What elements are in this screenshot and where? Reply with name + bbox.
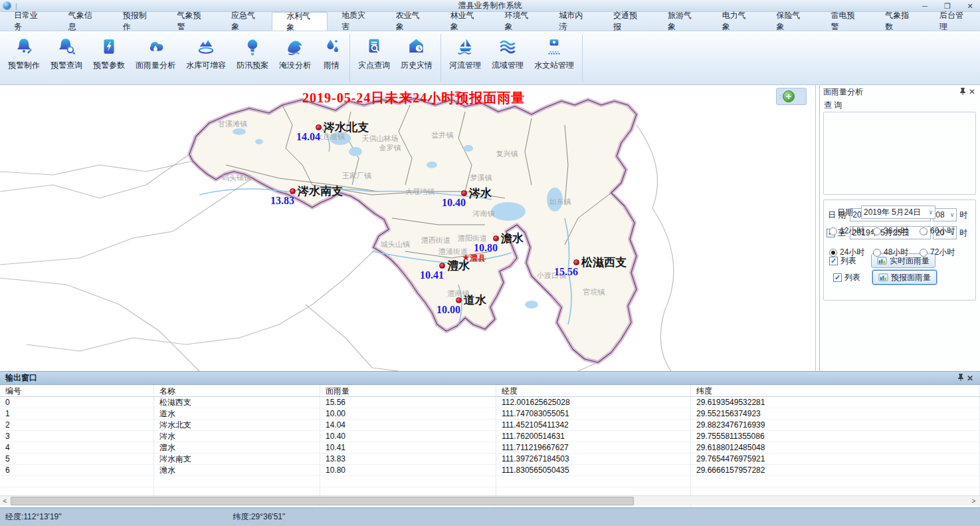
- table-row[interactable]: 0松滋西支15.56112.00162562502829.61935495322…: [0, 397, 980, 408]
- tool-水文站管理[interactable]: 水文站管理: [529, 31, 579, 84]
- station-dot[interactable]: [573, 259, 579, 265]
- add-layer-button[interactable]: +: [783, 90, 795, 102]
- table-cell: 111.452105411342: [496, 420, 691, 430]
- column-header[interactable]: 编号: [0, 385, 154, 396]
- tool-预警参数[interactable]: 预警参数: [88, 31, 130, 84]
- table-cell: [496, 476, 691, 487]
- tool-河流管理[interactable]: 河流管理: [444, 31, 486, 84]
- column-header[interactable]: 纬度: [691, 385, 980, 396]
- menu-tab-15[interactable]: 保险气象: [763, 12, 817, 31]
- table-cell: 111.747083055051: [496, 408, 691, 419]
- tool-label: 预警参数: [93, 60, 125, 71]
- scrollbar-thumb[interactable]: [11, 497, 634, 505]
- radio-label: 12小时: [840, 225, 864, 237]
- toolbar-separator: [441, 34, 441, 82]
- tool-灾点查询[interactable]: 灾点查询: [353, 31, 395, 84]
- tool-流域管理[interactable]: 流域管理: [486, 31, 529, 84]
- radio-circle: [829, 227, 837, 235]
- forecast-rainfall-button[interactable]: 预报面雨量: [872, 270, 937, 285]
- panel-header: 面雨量分析 ✕: [820, 85, 980, 98]
- panel-close-icon[interactable]: ✕: [967, 87, 977, 96]
- menu-tab-12[interactable]: 交通预报: [599, 12, 654, 31]
- menu-tab-18[interactable]: 后台管理: [926, 12, 980, 31]
- list-checkbox-2[interactable]: ✓: [833, 273, 842, 282]
- table-row[interactable]: 2涔水北支14.04111.45210541134229.88234767169…: [0, 420, 980, 431]
- menu-tab-13[interactable]: 旅游气象: [654, 12, 708, 31]
- radio-24小时[interactable]: 24小时: [829, 247, 873, 258]
- station-dot[interactable]: [456, 297, 462, 303]
- table-row[interactable]: 6澹水10.80111.83056505043529.6666157957282: [0, 465, 980, 476]
- station-dot[interactable]: [493, 235, 499, 241]
- column-header[interactable]: 面雨量: [320, 385, 496, 396]
- minimize-button[interactable]: ─: [919, 2, 931, 10]
- menu-tab-14[interactable]: 电力气象: [708, 12, 763, 31]
- menu-tab-4[interactable]: 气象预警: [163, 12, 217, 31]
- forecast-date-combo[interactable]: 2019年 5月24日 ∨: [861, 205, 935, 219]
- doc-flash-icon: [99, 37, 119, 57]
- tool-label: 灾点查询: [358, 60, 390, 71]
- menu-tab-9[interactable]: 林业气象: [437, 12, 491, 31]
- tool-预警查询[interactable]: 预警查询: [45, 31, 88, 84]
- table-cell: 澹水: [154, 465, 320, 475]
- radio-60小时[interactable]: 60小时: [920, 225, 966, 237]
- menu-tab-10[interactable]: 环境气象: [490, 12, 545, 31]
- table-cell: 涔水: [154, 431, 320, 442]
- tool-label: 预警制作: [8, 60, 40, 71]
- radio-36小时[interactable]: 36小时: [873, 225, 920, 237]
- map-area[interactable]: 2019-05-24日未来24小时预报面雨量 甘溪滩镇火连坡镇天供山林场金罗镇盐…: [0, 85, 816, 371]
- menu-tab-2[interactable]: 气象信息: [54, 12, 109, 31]
- town-label: 码头铺镇: [222, 173, 251, 183]
- column-header[interactable]: 名称: [154, 385, 320, 396]
- table-cell: 10.40: [320, 431, 496, 442]
- menu-tab-5[interactable]: 应急气象: [217, 12, 272, 31]
- menu-tab-6[interactable]: 水利气象: [272, 12, 328, 31]
- table-row[interactable]: 3涔水10.40111.7620051463129.7555811355086: [0, 431, 980, 442]
- menu-tab-3[interactable]: 预报制作: [109, 12, 163, 31]
- tool-水库可增容[interactable]: 水库可增容: [181, 31, 231, 84]
- town-label: 官垸镇: [583, 287, 605, 297]
- tool-面雨量分析[interactable]: 面雨量分析: [130, 31, 181, 84]
- tool-雨情[interactable]: 雨情: [316, 31, 347, 84]
- menu-tab-17[interactable]: 气象指数: [871, 12, 926, 31]
- station-dot[interactable]: [290, 188, 296, 194]
- tool-预警制作[interactable]: 预警制作: [3, 31, 45, 84]
- column-header[interactable]: 经度: [496, 385, 691, 396]
- menu-tab-7[interactable]: 地质灾害: [328, 12, 382, 31]
- pin-icon[interactable]: [956, 373, 965, 383]
- status-latitude: 纬度:29°36'51": [233, 511, 286, 523]
- tool-label: 预警查询: [50, 60, 82, 71]
- map-mini-toolbar[interactable]: :: +: [776, 88, 807, 105]
- table-row[interactable]: 4澧水10.41111.71121966762729.6188012485048: [0, 442, 980, 454]
- pin-icon[interactable]: [958, 87, 967, 97]
- scroll-left-icon[interactable]: <: [0, 497, 10, 505]
- chevron-down-icon: ∨: [928, 209, 933, 215]
- scroll-right-icon[interactable]: >: [969, 497, 979, 505]
- station-dot[interactable]: [439, 263, 445, 269]
- menu-tab-11[interactable]: 城市内涝: [545, 12, 599, 31]
- radio-48小时[interactable]: 48小时: [873, 247, 920, 258]
- output-close-icon[interactable]: ✕: [965, 374, 975, 383]
- menu-tab-1[interactable]: 日常业务: [0, 12, 54, 31]
- tool-label: 河流管理: [449, 60, 481, 71]
- station-dot[interactable]: [316, 124, 322, 130]
- horizontal-scrollbar[interactable]: < >: [0, 495, 980, 505]
- tool-淹没分析[interactable]: 淹没分析: [274, 31, 316, 84]
- tool-防汛预案[interactable]: 防汛预案: [231, 31, 274, 84]
- town-label: 复兴镇: [496, 149, 518, 159]
- tool-历史灾情[interactable]: 历史灾情: [395, 31, 438, 84]
- radio-12小时[interactable]: 12小时: [829, 225, 873, 237]
- station-dot[interactable]: [461, 190, 467, 196]
- menu-tab-8[interactable]: 农业气象: [382, 12, 437, 31]
- close-button[interactable]: ✕: [964, 2, 976, 11]
- table-row[interactable]: 1道水10.00111.74708305505129.552156374923: [0, 408, 980, 420]
- menu-tab-16[interactable]: 雷电预警: [817, 12, 871, 31]
- table-row[interactable]: 5涔水南支13.83111.39726718450329.76544769759…: [0, 454, 980, 465]
- table-cell: 13.83: [320, 454, 496, 464]
- maximize-button[interactable]: ❐: [941, 2, 953, 11]
- table-row[interactable]: [0, 476, 980, 487]
- tool-label: 防汛预案: [237, 60, 268, 71]
- station-name: 涔水北支: [324, 120, 369, 135]
- radio-72小时[interactable]: 72小时: [920, 247, 966, 258]
- town-label: 涔南镇: [473, 209, 495, 219]
- output-table-body: 0松滋西支15.56112.00162562502829.61935495322…: [0, 397, 980, 510]
